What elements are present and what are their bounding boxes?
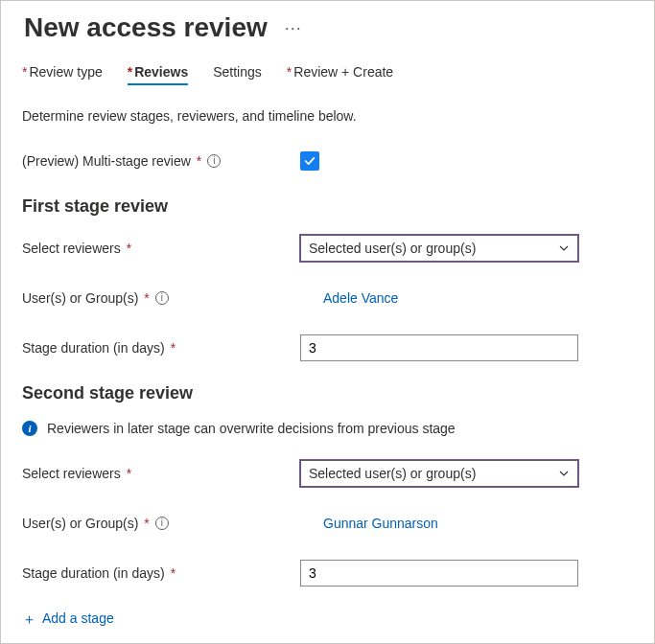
tabs: * Review type * Reviews Settings * Revie… [1,47,654,85]
plus-icon: ＋ [22,611,36,626]
second-stage-users-row: User(s) or Group(s) * i Gunnar Gunnarson [22,509,633,538]
add-stage-label: Add a stage [42,610,114,626]
dropdown-value: Selected user(s) or group(s) [309,466,476,481]
chevron-down-icon [558,468,570,479]
header: New access review ··· [1,1,654,47]
tab-label: Review + Create [293,64,393,80]
multistage-checkbox[interactable] [300,151,319,171]
required-star-icon: * [171,565,175,581]
dropdown-value: Selected user(s) or group(s) [309,241,476,256]
stage-duration-label: Stage duration (in days) [22,340,165,356]
tab-label: Reviews [134,64,188,80]
info-icon[interactable]: i [155,291,169,305]
tab-review-type[interactable]: * Review type [22,64,103,85]
required-star-icon: * [144,290,149,306]
required-star-icon: * [144,516,149,531]
content: Determine review stages, reviewers, and … [1,85,654,626]
required-star-icon: * [22,64,27,80]
second-stage-user-link[interactable]: Gunnar Gunnarson [323,516,438,531]
first-stage-user-link[interactable]: Adele Vance [323,290,398,306]
select-reviewers-label: Select reviewers [22,466,121,481]
required-star-icon: * [127,241,131,256]
first-stage-select-reviewers-dropdown[interactable]: Selected user(s) or group(s) [300,235,578,262]
second-stage-duration-row: Stage duration (in days) * [22,559,633,587]
tab-reviews[interactable]: * Reviews [128,64,189,85]
second-stage-select-reviewers-row: Select reviewers * Selected user(s) or g… [22,459,633,488]
chevron-down-icon [558,242,570,254]
info-icon[interactable]: i [207,154,221,168]
first-stage-select-reviewers-row: Select reviewers * Selected user(s) or g… [22,234,633,263]
users-groups-label: User(s) or Group(s) [22,290,138,306]
select-reviewers-label: Select reviewers [22,241,121,256]
intro-text: Determine review stages, reviewers, and … [22,108,633,124]
multistage-row: (Preview) Multi-stage review * i [22,147,633,175]
info-icon[interactable]: i [155,517,169,530]
new-access-review-page: New access review ··· * Review type * Re… [0,0,655,644]
tab-settings[interactable]: Settings [213,64,262,85]
tab-label: Settings [213,64,262,80]
second-stage-note-row: i Reviewers in later stage can overwrite… [22,421,633,436]
first-stage-duration-row: Stage duration (in days) * [22,334,633,362]
second-stage-select-reviewers-dropdown[interactable]: Selected user(s) or group(s) [300,460,578,487]
tab-label: Review type [29,64,102,80]
second-stage-duration-input[interactable] [300,560,578,586]
first-stage-heading: First stage review [22,196,633,217]
required-star-icon: * [127,466,131,481]
required-star-icon: * [197,153,201,169]
required-star-icon: * [171,340,175,356]
tab-review-create[interactable]: * Review + Create [287,64,393,85]
checkmark-icon [303,154,316,168]
stage-duration-label: Stage duration (in days) [22,565,165,581]
more-actions-button[interactable]: ··· [285,18,302,38]
required-star-icon: * [128,64,132,80]
multistage-label: (Preview) Multi-stage review [22,153,191,169]
required-star-icon: * [287,64,292,80]
users-groups-label: User(s) or Group(s) [22,516,138,531]
second-stage-heading: Second stage review [22,383,633,403]
first-stage-users-row: User(s) or Group(s) * i Adele Vance [22,284,633,312]
page-title: New access review [24,12,268,43]
add-stage-button[interactable]: ＋ Add a stage [22,610,633,626]
second-stage-note-text: Reviewers in later stage can overwrite d… [47,421,456,436]
first-stage-duration-input[interactable] [300,334,578,361]
info-icon: i [22,421,37,436]
